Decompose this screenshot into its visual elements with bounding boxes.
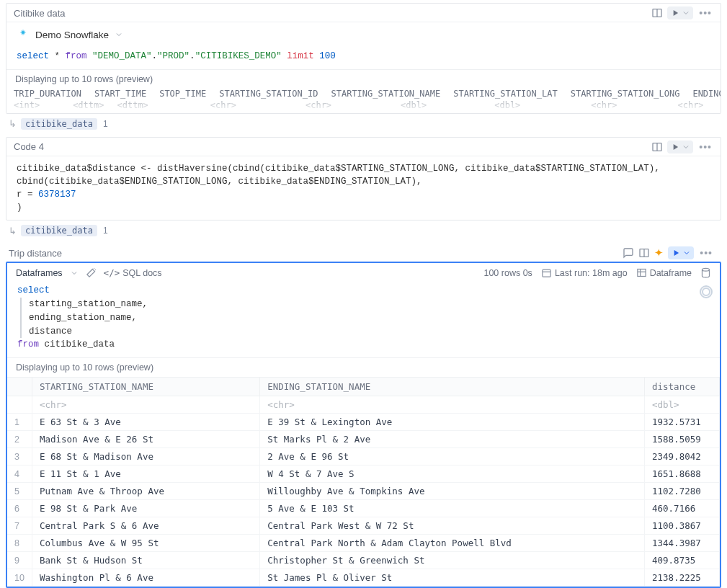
svg-rect-6 — [543, 270, 550, 277]
preview-label: Displaying up to 10 rows (preview) — [6, 69, 721, 89]
run-cell-button[interactable] — [667, 6, 693, 19]
cell-start: E 11 St & 1 Ave — [32, 466, 259, 483]
output-tag-line: ↳ citibike_data 1 — [6, 115, 721, 137]
cell-title: Trip distance — [9, 248, 62, 259]
cell-citibike-data: Citibike data ••• Demo Snowflake select … — [6, 3, 721, 114]
table-row[interactable]: 10Washington Pl & 6 AveSt James Pl & Oli… — [7, 569, 720, 587]
row-index: 1 — [7, 414, 32, 431]
preview-headers: TRIP_DURATIONSTART_TIMESTOP_TIMESTARTING… — [6, 89, 721, 100]
cell-start: Madison Ave & E 26 St — [32, 431, 259, 448]
output-count: 1 — [103, 226, 108, 236]
dataframe-icon — [636, 267, 647, 278]
output-tag-line: ↳ citibike_data 1 — [6, 222, 721, 244]
cell-end: St James Pl & Oliver St — [260, 569, 645, 587]
cell-end: St Marks Pl & 2 Ave — [260, 431, 645, 448]
status-orb-icon — [700, 285, 713, 298]
source-label[interactable]: Dataframes — [16, 268, 63, 278]
run-cell-button[interactable] — [667, 141, 693, 153]
cell-distance: 409.8735 — [645, 552, 720, 569]
database-icon[interactable] — [700, 267, 711, 278]
column-header[interactable]: STARTING_STATION_NAME — [32, 378, 259, 396]
chevron-down-icon[interactable] — [70, 269, 79, 277]
table-row[interactable]: 5Putnam Ave & Throop AveWilloughby Ave &… — [7, 483, 720, 500]
chevron-down-icon — [682, 9, 690, 17]
row-index: 8 — [7, 535, 32, 552]
sql-docs-button[interactable]: </> SQL docs — [104, 267, 162, 278]
column-header[interactable]: distance — [645, 378, 720, 396]
more-menu-icon[interactable]: ••• — [697, 141, 713, 153]
panel-icon[interactable] — [651, 7, 663, 19]
cell-start: Central Park S & 6 Ave — [32, 517, 259, 535]
chevron-down-icon[interactable] — [115, 30, 123, 39]
table-row[interactable]: 7Central Park S & 6 AveCentral Park West… — [7, 517, 720, 535]
more-menu-icon[interactable]: ••• — [698, 247, 714, 259]
panel-icon[interactable] — [651, 141, 663, 153]
table-row[interactable]: 6E 98 St & Park Ave5 Ave & E 103 St460.7… — [7, 500, 720, 517]
table-row[interactable]: 9Bank St & Hudson StChristopher St & Gre… — [7, 552, 720, 569]
row-index-header — [7, 378, 32, 396]
chevron-down-icon — [682, 249, 691, 257]
row-index: 2 — [7, 431, 32, 448]
type-row: <chr> <chr> <dbl> — [7, 396, 720, 414]
table-row[interactable]: 3E 68 St & Madison Ave2 Ave & E 96 St234… — [7, 448, 720, 466]
row-index: 4 — [7, 466, 32, 483]
last-run-label: Last run: 18m ago — [541, 267, 628, 278]
run-cell-button[interactable] — [668, 246, 694, 259]
cell-distance: 2138.2225 — [645, 569, 720, 587]
cell-end: W 4 St & 7 Ave S — [260, 466, 645, 483]
cell-end: Central Park West & W 72 St — [260, 517, 645, 535]
output-chip[interactable]: citibike_data — [21, 225, 97, 236]
calendar-icon — [541, 267, 552, 278]
table-row[interactable]: 2Madison Ave & E 26 StSt Marks Pl & 2 Av… — [7, 431, 720, 448]
column-header[interactable]: ENDING_STATION_NAME — [260, 378, 645, 396]
output-arrow-icon: ↳ — [9, 226, 17, 236]
sql-editor[interactable]: select * from "DEMO_DATA"."PROD"."CITIBI… — [6, 44, 721, 69]
row-index: 10 — [7, 569, 32, 587]
chevron-down-icon — [682, 143, 690, 151]
cell-distance: 1932.5731 — [645, 414, 720, 431]
wand-icon[interactable] — [86, 267, 97, 278]
row-index: 7 — [7, 517, 32, 535]
cell-end: Christopher St & Greenwich St — [260, 552, 645, 569]
connection-name[interactable]: Demo Snowflake — [35, 30, 109, 40]
preview-label: Displaying up to 10 rows (preview) — [7, 357, 720, 377]
comment-icon[interactable] — [623, 247, 634, 259]
sparkle-icon[interactable]: ✦ — [654, 246, 664, 259]
output-type-dropdown[interactable]: Dataframe — [636, 267, 692, 278]
cell-distance: 460.7166 — [645, 500, 720, 517]
cell-distance: 1102.7280 — [645, 483, 720, 500]
code-editor[interactable]: citibike_data$distance <- distHaversine(… — [6, 156, 721, 220]
row-index: 5 — [7, 483, 32, 500]
output-count: 1 — [103, 119, 108, 129]
svg-point-11 — [703, 269, 710, 272]
cell-start: Putnam Ave & Throop Ave — [32, 483, 259, 500]
table-row[interactable]: 4E 11 St & 1 AveW 4 St & 7 Ave S1651.868… — [7, 466, 720, 483]
output-arrow-icon: ↳ — [9, 118, 17, 129]
cell-title: Citibike data — [14, 8, 66, 19]
results-table: STARTING_STATION_NAME ENDING_STATION_NAM… — [7, 377, 720, 587]
cell-code-4: Code 4 ••• citibike_data$distance <- dis… — [6, 137, 721, 221]
row-index: 3 — [7, 448, 32, 466]
play-icon — [671, 248, 681, 258]
rowcount-label: 100 rows 0s — [483, 268, 532, 278]
cell-start: E 68 St & Madison Ave — [32, 448, 259, 466]
cell-end: E 39 St & Lexington Ave — [260, 414, 645, 431]
svg-rect-8 — [638, 270, 646, 277]
row-index: 9 — [7, 552, 32, 569]
table-row[interactable]: 1E 63 St & 3 AveE 39 St & Lexington Ave1… — [7, 414, 720, 431]
more-menu-icon[interactable]: ••• — [697, 7, 713, 19]
row-index: 6 — [7, 500, 32, 517]
cell-start: E 98 St & Park Ave — [32, 500, 259, 517]
cell-end: Willoughby Ave & Tompkins Ave — [260, 483, 645, 500]
table-row[interactable]: 8Columbus Ave & W 95 StCentral Park Nort… — [7, 535, 720, 552]
cell-end: 5 Ave & E 103 St — [260, 500, 645, 517]
panel-icon[interactable] — [638, 247, 650, 259]
output-chip[interactable]: citibike_data — [21, 118, 97, 130]
cell-title: Code 4 — [14, 141, 44, 152]
cell-start: Bank St & Hudson St — [32, 552, 259, 569]
cell-start: Columbus Ave & W 95 St — [32, 535, 259, 552]
sql-editor[interactable]: select starting_station_name, ending_sta… — [7, 281, 720, 357]
preview-types: <int><dttm><dttm><chr><chr><dbl><dbl><ch… — [6, 100, 721, 113]
play-icon — [670, 8, 680, 18]
cell-distance: 2349.8042 — [645, 448, 720, 466]
